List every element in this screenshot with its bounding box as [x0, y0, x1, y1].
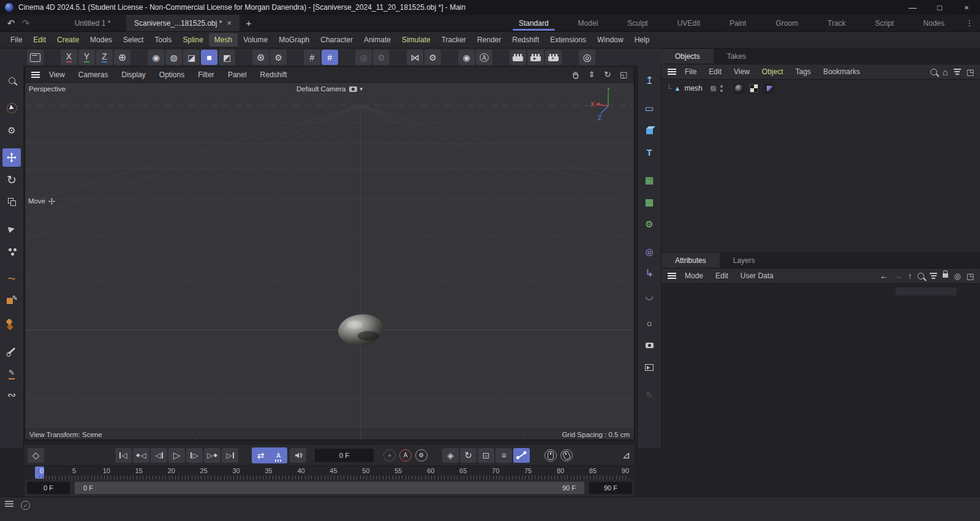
tab-objects[interactable]: Objects [662, 49, 714, 64]
open-fcurve-button[interactable]: ⊿ [618, 448, 635, 463]
menu-mesh[interactable]: Mesh [209, 33, 238, 47]
spline-sketch-tool[interactable]: ∾ [2, 386, 21, 404]
object-row-mesh[interactable]: └ ▲ mesh [662, 82, 980, 94]
uvw-tag[interactable] [748, 83, 760, 94]
edit-toggle-icon[interactable] [710, 86, 716, 91]
play-button[interactable]: ▷ [168, 448, 185, 463]
pan-view-icon[interactable] [569, 69, 582, 81]
add-keyframe-button[interactable]: ◇ [28, 448, 44, 463]
prev-frame-button[interactable]: ◁ [151, 448, 167, 463]
menu-extensions[interactable]: Extensions [545, 33, 592, 47]
symmetry-button[interactable]: ⋈ [407, 50, 423, 65]
workspace-tab-track[interactable]: Track [813, 15, 861, 31]
om-search-icon[interactable] [930, 69, 937, 75]
lock-y-axis-button[interactable]: Y [78, 50, 95, 65]
workspace-tab-sculpt[interactable]: Sculpt [612, 15, 662, 31]
object-tree[interactable]: └ ▲ mesh [662, 80, 980, 253]
axis-modify-button[interactable]: ⊛ [252, 50, 269, 65]
up-icon[interactable]: ↑ [908, 271, 912, 281]
quantize-grid-lock-button[interactable]: # [322, 50, 338, 65]
workspace-tab-nodes[interactable]: Nodes [908, 15, 959, 31]
attr-menu-mode[interactable]: Mode [679, 270, 709, 282]
om-menu-tags[interactable]: Tags [790, 66, 817, 78]
target-icon[interactable]: ◎ [954, 272, 960, 281]
menu-tools[interactable]: Tools [149, 33, 177, 47]
axis-settings-button[interactable]: ⚙ [270, 50, 287, 65]
viewport-menu-display[interactable]: Display [115, 68, 152, 82]
om-menu-bookmarks[interactable]: Bookmarks [817, 66, 866, 78]
generator-object[interactable]: ⚙ [640, 215, 658, 233]
goto-start-button[interactable]: ◁ [115, 448, 132, 463]
close-button[interactable]: × [953, 0, 980, 15]
mograph-cloner-object[interactable]: ▦ [640, 170, 658, 189]
menu-edit[interactable]: Edit [28, 33, 51, 47]
polygons-mode-button[interactable]: ◪ [183, 50, 200, 65]
play-mode-button[interactable] [270, 448, 287, 463]
render-settings-button[interactable] [545, 50, 562, 65]
render-view-button[interactable] [510, 50, 526, 65]
spline-smooth-tool[interactable]: ~ [2, 270, 21, 288]
menu-volume[interactable]: Volume [238, 33, 273, 47]
key-scale-button[interactable]: ⊡ [478, 448, 494, 463]
menu-redshift[interactable]: Redshift [507, 33, 545, 47]
text-object[interactable]: T [640, 143, 658, 161]
viewport-menu-panel[interactable]: Panel [221, 68, 254, 82]
environment-object[interactable]: ○ [640, 314, 658, 332]
key-parameter-button[interactable]: ≡ [496, 448, 512, 463]
record-button[interactable]: ● [383, 449, 396, 462]
render-queue-button[interactable]: ◎ [579, 50, 595, 65]
workspace-menu-icon[interactable]: ⋮ [959, 19, 980, 28]
attr-menu-user-data[interactable]: User Data [734, 270, 780, 282]
menu-tracker[interactable]: Tracker [436, 33, 472, 47]
current-frame-field[interactable]: 0 F [315, 449, 374, 462]
attr-search-icon[interactable] [918, 273, 924, 280]
key-pla-button[interactable] [513, 448, 530, 463]
om-filter-icon[interactable] [954, 69, 961, 70]
menu-create[interactable]: Create [51, 33, 85, 47]
viewport-solo-button[interactable]: ◉ [458, 50, 475, 65]
tab-layers[interactable]: Layers [720, 253, 769, 268]
live-selection-tool[interactable] [2, 99, 21, 117]
menu-select[interactable]: Select [118, 33, 149, 47]
render-picture-viewer-button[interactable] [527, 50, 544, 65]
workspace-tab-paint[interactable]: Paint [715, 15, 761, 31]
minimize-button[interactable]: — [899, 0, 926, 15]
om-menu-object[interactable]: Object [756, 66, 790, 78]
auto-mode-button[interactable]: Ⓐ [476, 50, 492, 65]
spline-pen-object[interactable]: ↥ [640, 71, 658, 89]
tab-takes[interactable]: Takes [714, 49, 760, 64]
edges-mode-button[interactable]: ◍ [165, 50, 182, 65]
viewport-menu-view[interactable]: View [42, 68, 72, 82]
model-mode-button[interactable]: ■ [201, 50, 217, 65]
dolly-view-icon[interactable]: ⇕ [585, 69, 598, 81]
scale-tool[interactable] [2, 192, 21, 211]
om-menu-file[interactable]: File [679, 66, 703, 78]
menu-spline[interactable]: Spline [177, 33, 208, 47]
polygon-pen-tool[interactable] [2, 292, 21, 310]
redo-button[interactable]: ↷ [18, 18, 33, 29]
multi-pen-tool[interactable] [2, 314, 21, 332]
workspace-tab-uvedit[interactable]: UVEdit [663, 15, 715, 31]
tab-scaniverse-obj[interactable]: Scaniverse_...181525.obj * × [126, 15, 239, 31]
prev-key-button[interactable]: ◆◁ [133, 448, 149, 463]
om-menu-edit[interactable]: Edit [703, 66, 728, 78]
brush-tool[interactable] [2, 341, 21, 360]
move-tool[interactable] [2, 148, 21, 167]
deformer-object[interactable]: ◡ [640, 286, 658, 305]
range-start-field[interactable]: 0 F [27, 482, 70, 494]
visibility-dots-icon[interactable] [720, 85, 723, 88]
menu-mograph[interactable]: MoGraph [273, 33, 315, 47]
commander-search-tool[interactable] [2, 71, 21, 89]
attr-filter-icon[interactable] [930, 273, 937, 274]
next-key-button[interactable]: ▷◆ [204, 448, 221, 463]
tab-attributes[interactable]: Attributes [662, 253, 720, 268]
om-popout-icon[interactable]: ◳ [967, 67, 974, 77]
camera-selector[interactable]: Default Camera ▾ [296, 85, 363, 93]
maximize-button[interactable]: □ [926, 0, 953, 15]
lock-x-axis-button[interactable]: X [61, 50, 77, 65]
object-mode-button[interactable]: ◩ [219, 50, 235, 65]
viewport-menu-redshift[interactable]: Redshift [254, 68, 294, 82]
knife-tool[interactable] [2, 363, 21, 382]
viewport-menu-cameras[interactable]: Cameras [72, 68, 115, 82]
stage-object[interactable] [640, 358, 658, 376]
